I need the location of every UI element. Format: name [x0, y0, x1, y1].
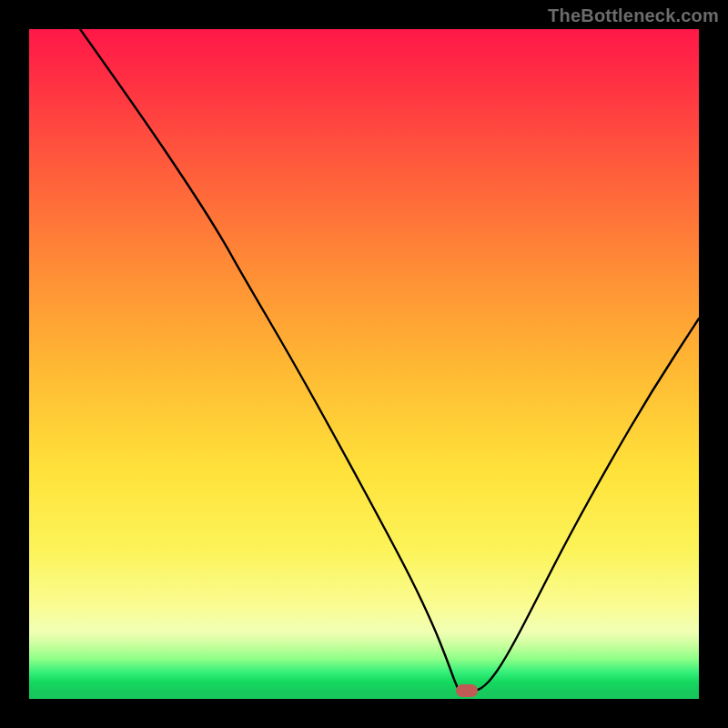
min-point-marker [456, 684, 478, 697]
plot-area [29, 29, 699, 699]
watermark-text: TheBottleneck.com [548, 5, 719, 26]
curve-layer [29, 29, 699, 699]
bottleneck-curve [80, 29, 699, 691]
chart-frame: TheBottleneck.com [0, 0, 728, 728]
